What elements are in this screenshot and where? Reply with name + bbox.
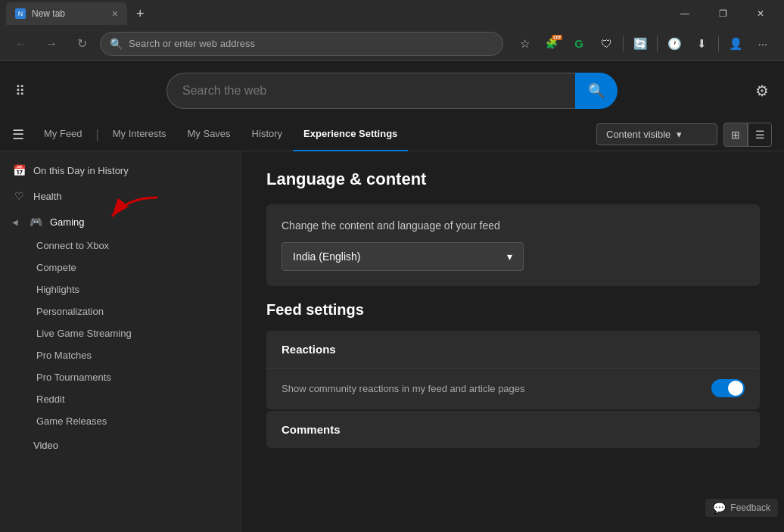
toolbar-separator — [623, 36, 624, 51]
sidebar-subitem-reddit[interactable]: Reddit — [0, 388, 242, 410]
sidebar-subitem-connect-xbox[interactable]: Connect to Xbox — [0, 235, 242, 257]
profile-icon[interactable]: 👤 — [723, 32, 748, 56]
sidebar-subitem-personalization[interactable]: Personalization — [0, 300, 242, 322]
tab-favicon: N — [15, 8, 26, 19]
feed-section-title: Feed settings — [266, 301, 760, 319]
reactions-card-body: Show community reactions in my feed and … — [266, 368, 760, 409]
more-icon[interactable]: ··· — [751, 32, 775, 56]
grammarly-icon[interactable]: G — [567, 32, 591, 56]
search-bar-container — [166, 73, 575, 109]
language-section-title: Language & content — [266, 170, 760, 189]
sidebar-subitem-live-game-streaming[interactable]: Live Game Streaming — [0, 322, 242, 344]
refresh-button[interactable]: ↻ — [70, 32, 94, 56]
nav-bar: ☰ My Feed | My Interests My Saves Histor… — [0, 118, 784, 151]
comments-card: Comments — [266, 411, 760, 448]
toolbar-separator2 — [657, 36, 658, 51]
apps-grid-icon[interactable]: ⠿ — [15, 82, 25, 99]
sync-icon[interactable]: 🔄 — [628, 32, 652, 56]
minimize-button[interactable]: — — [667, 2, 702, 25]
comments-card-title: Comments — [282, 423, 745, 436]
nav-my-feed[interactable]: My Feed — [33, 118, 93, 151]
reactions-card-title: Reactions — [266, 331, 760, 368]
reactions-description: Show community reactions in my feed and … — [282, 383, 525, 394]
nav-experience-settings[interactable]: Experience Settings — [293, 118, 408, 151]
nav-my-saves[interactable]: My Saves — [177, 118, 241, 151]
content-visible-label: Content visible — [606, 129, 670, 140]
list-view-button[interactable]: ☰ — [748, 123, 772, 147]
close-button[interactable]: ✕ — [743, 2, 778, 25]
toggle-knob — [728, 381, 743, 396]
grid-view-button[interactable]: ⊞ — [723, 123, 748, 147]
download-icon[interactable]: ⬇ — [689, 32, 714, 56]
window-controls: — ❐ ✕ — [667, 2, 778, 25]
sidebar-subitem-pro-matches[interactable]: Pro Matches — [0, 344, 242, 366]
nav-separator: | — [93, 128, 102, 142]
sidebar: 📅 On this Day in History ♡ Health ◀ 🎮 Ga… — [0, 151, 242, 532]
sidebar-item-gaming[interactable]: ◀ 🎮 Gaming — [0, 209, 242, 235]
toolbar-icons: ☆ 🧩 Off G 🛡 🔄 🕐 ⬇ 👤 ··· — [512, 32, 775, 56]
shield-icon[interactable]: 🛡 — [594, 32, 618, 56]
toolbar-separator3 — [718, 36, 719, 51]
language-card-label: Change the content and language of your … — [282, 219, 745, 232]
language-selected-value: India (English) — [293, 250, 361, 263]
sidebar-item-video[interactable]: Video — [0, 432, 242, 458]
search-icon: 🔍 — [110, 38, 123, 50]
main-area: 📅 On this Day in History ♡ Health ◀ 🎮 Ga… — [0, 151, 784, 532]
sidebar-item-label: Video — [33, 440, 58, 451]
nav-my-interests[interactable]: My Interests — [102, 118, 177, 151]
feedback-icon: 💬 — [713, 502, 726, 514]
forward-button[interactable]: → — [39, 32, 64, 56]
language-dropdown[interactable]: India (English) ▾ — [282, 242, 524, 271]
sidebar-subitem-compete[interactable]: Compete — [0, 257, 242, 278]
browser-toolbar: ← → ↻ 🔍 Search or enter web address ☆ 🧩 … — [0, 27, 784, 61]
language-dropdown-icon: ▾ — [507, 250, 512, 263]
content-visible-dropdown[interactable]: Content visible ▾ — [596, 123, 717, 145]
sidebar-subitem-highlights[interactable]: Highlights — [0, 278, 242, 300]
new-tab-button[interactable]: + — [133, 6, 148, 22]
maximize-button[interactable]: ❐ — [705, 2, 740, 25]
search-button[interactable]: 🔍 — [575, 73, 618, 109]
history-icon[interactable]: 🕐 — [662, 32, 686, 56]
reactions-toggle[interactable] — [711, 379, 745, 397]
nav-history[interactable]: History — [241, 118, 293, 151]
search-input[interactable] — [167, 84, 575, 98]
expand-icon: ◀ — [12, 218, 18, 226]
gaming-icon: 🎮 — [29, 215, 42, 229]
calendar-icon: 📅 — [12, 163, 26, 177]
feedback-bar[interactable]: 💬 Feedback — [705, 499, 778, 517]
sidebar-item-on-this-day[interactable]: 📅 On this Day in History — [0, 157, 242, 183]
back-button[interactable]: ← — [9, 32, 33, 56]
sidebar-item-label: Health — [33, 191, 62, 202]
sidebar-item-health[interactable]: ♡ Health — [0, 183, 242, 209]
dropdown-chevron-icon: ▾ — [677, 129, 682, 140]
content-area: Language & content Change the content an… — [242, 151, 784, 532]
address-bar[interactable]: 🔍 Search or enter web address — [100, 32, 503, 56]
favorites-icon[interactable]: ☆ — [512, 32, 537, 56]
title-bar: N New tab × + — ❐ ✕ — [0, 0, 784, 27]
feedback-label: Feedback — [730, 502, 770, 513]
tab-label: New tab — [32, 8, 65, 19]
sidebar-subitem-pro-tournaments[interactable]: Pro Tournaments — [0, 366, 242, 388]
off-badge: Off — [552, 35, 562, 40]
address-text: Search or enter web address — [129, 38, 493, 49]
sidebar-subitem-game-releases[interactable]: Game Releases — [0, 410, 242, 432]
page-content: ⠿ 🔍 ⚙ ☰ My Feed | My Interests My Saves … — [0, 61, 784, 532]
browser-chrome: N New tab × + — ❐ ✕ ← → ↻ 🔍 Search or en… — [0, 0, 784, 61]
extensions-icon[interactable]: 🧩 Off — [540, 32, 564, 56]
view-toggle-buttons: ⊞ ☰ — [723, 123, 772, 147]
sidebar-item-label: Gaming — [50, 216, 85, 228]
browser-tab[interactable]: N New tab × — [6, 2, 127, 25]
search-header: ⠿ 🔍 ⚙ — [0, 61, 784, 118]
video-icon — [12, 438, 26, 452]
search-button-icon: 🔍 — [588, 82, 605, 99]
health-icon: ♡ — [12, 189, 26, 203]
sidebar-item-label: On this Day in History — [33, 165, 129, 176]
reactions-card: Reactions Show community reactions in my… — [266, 331, 760, 409]
hamburger-icon[interactable]: ☰ — [12, 126, 24, 143]
tab-close-button[interactable]: × — [112, 8, 118, 20]
language-card: Change the content and language of your … — [266, 204, 760, 286]
settings-gear-icon[interactable]: ⚙ — [755, 82, 769, 100]
